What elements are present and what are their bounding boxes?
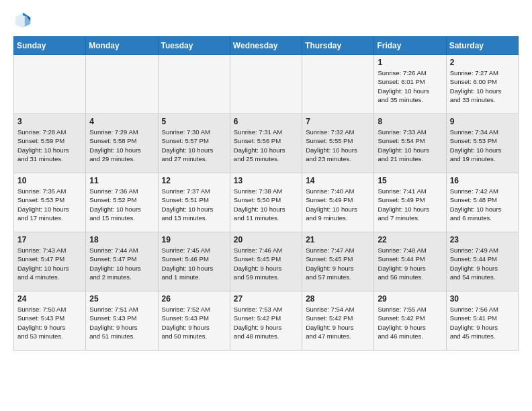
- day-number: 22: [378, 235, 442, 244]
- logo: [13, 11, 35, 30]
- calendar-cell: 24Sunrise: 7:50 AM Sunset: 5:43 PM Dayli…: [14, 291, 86, 351]
- calendar-week-row: 10Sunrise: 7:35 AM Sunset: 5:53 PM Dayli…: [14, 173, 519, 232]
- calendar-cell: 29Sunrise: 7:55 AM Sunset: 5:42 PM Dayli…: [374, 291, 446, 351]
- calendar-cell: 2Sunrise: 7:27 AM Sunset: 6:00 PM Daylig…: [446, 55, 518, 114]
- day-number: 6: [234, 117, 298, 126]
- calendar-cell: 9Sunrise: 7:34 AM Sunset: 5:53 PM Daylig…: [446, 114, 518, 173]
- day-number: 2: [450, 58, 515, 67]
- calendar-cell: 28Sunrise: 7:54 AM Sunset: 5:42 PM Dayli…: [302, 291, 374, 351]
- day-number: 29: [378, 294, 442, 304]
- calendar-week-row: 1Sunrise: 7:26 AM Sunset: 6:01 PM Daylig…: [14, 55, 519, 114]
- calendar-cell: 12Sunrise: 7:37 AM Sunset: 5:51 PM Dayli…: [158, 173, 230, 232]
- calendar-cell: 16Sunrise: 7:42 AM Sunset: 5:48 PM Dayli…: [446, 173, 518, 232]
- day-number: 17: [17, 235, 82, 244]
- calendar-week-row: 17Sunrise: 7:43 AM Sunset: 5:47 PM Dayli…: [14, 232, 519, 291]
- calendar-cell: 15Sunrise: 7:41 AM Sunset: 5:49 PM Dayli…: [374, 173, 446, 232]
- calendar-week-row: 3Sunrise: 7:28 AM Sunset: 5:59 PM Daylig…: [14, 114, 519, 173]
- day-number: 20: [234, 235, 298, 244]
- day-number: 27: [234, 294, 298, 304]
- page: SundayMondayTuesdayWednesdayThursdayFrid…: [0, 0, 532, 364]
- day-number: 30: [450, 294, 515, 304]
- day-info: Sunrise: 7:52 AM Sunset: 5:43 PM Dayligh…: [162, 305, 226, 340]
- day-info: Sunrise: 7:37 AM Sunset: 5:51 PM Dayligh…: [162, 187, 226, 222]
- calendar-cell: 11Sunrise: 7:36 AM Sunset: 5:52 PM Dayli…: [86, 173, 158, 232]
- day-info: Sunrise: 7:51 AM Sunset: 5:43 PM Dayligh…: [89, 305, 154, 340]
- day-number: 21: [306, 235, 370, 244]
- day-info: Sunrise: 7:41 AM Sunset: 5:49 PM Dayligh…: [378, 187, 442, 222]
- day-number: 4: [89, 117, 154, 126]
- day-info: Sunrise: 7:43 AM Sunset: 5:47 PM Dayligh…: [17, 246, 82, 281]
- calendar-cell: 6Sunrise: 7:31 AM Sunset: 5:56 PM Daylig…: [230, 114, 302, 173]
- day-number: 7: [306, 117, 370, 126]
- calendar-table: SundayMondayTuesdayWednesdayThursdayFrid…: [13, 36, 519, 351]
- day-info: Sunrise: 7:45 AM Sunset: 5:46 PM Dayligh…: [162, 246, 226, 281]
- weekday-header-saturday: Saturday: [446, 37, 518, 55]
- day-number: 16: [450, 176, 515, 185]
- day-info: Sunrise: 7:26 AM Sunset: 6:01 PM Dayligh…: [378, 68, 442, 104]
- day-number: 18: [89, 235, 154, 244]
- calendar-cell: 30Sunrise: 7:56 AM Sunset: 5:41 PM Dayli…: [446, 291, 518, 351]
- calendar-cell: [230, 55, 302, 114]
- calendar-cell: 20Sunrise: 7:46 AM Sunset: 5:45 PM Dayli…: [230, 232, 302, 291]
- day-info: Sunrise: 7:53 AM Sunset: 5:42 PM Dayligh…: [234, 305, 298, 340]
- day-info: Sunrise: 7:35 AM Sunset: 5:53 PM Dayligh…: [17, 187, 82, 222]
- day-number: 10: [17, 176, 82, 185]
- day-number: 25: [89, 294, 154, 304]
- day-number: 28: [306, 294, 370, 304]
- day-info: Sunrise: 7:56 AM Sunset: 5:41 PM Dayligh…: [450, 305, 515, 340]
- calendar-cell: 13Sunrise: 7:38 AM Sunset: 5:50 PM Dayli…: [230, 173, 302, 232]
- day-number: 1: [378, 58, 442, 67]
- calendar-cell: 21Sunrise: 7:47 AM Sunset: 5:45 PM Dayli…: [302, 232, 374, 291]
- day-number: 11: [89, 176, 154, 185]
- day-info: Sunrise: 7:34 AM Sunset: 5:53 PM Dayligh…: [450, 128, 515, 163]
- calendar-cell: [158, 55, 230, 114]
- day-info: Sunrise: 7:47 AM Sunset: 5:45 PM Dayligh…: [306, 246, 370, 281]
- day-info: Sunrise: 7:48 AM Sunset: 5:44 PM Dayligh…: [378, 246, 442, 281]
- calendar-cell: 14Sunrise: 7:40 AM Sunset: 5:49 PM Dayli…: [302, 173, 374, 232]
- header: [13, 11, 519, 30]
- day-number: 24: [17, 294, 82, 304]
- calendar-cell: 18Sunrise: 7:44 AM Sunset: 5:47 PM Dayli…: [86, 232, 158, 291]
- calendar-cell: 25Sunrise: 7:51 AM Sunset: 5:43 PM Dayli…: [86, 291, 158, 351]
- day-number: 15: [378, 176, 442, 185]
- day-info: Sunrise: 7:55 AM Sunset: 5:42 PM Dayligh…: [378, 305, 442, 340]
- calendar-cell: 8Sunrise: 7:33 AM Sunset: 5:54 PM Daylig…: [374, 114, 446, 173]
- day-number: 13: [234, 176, 298, 185]
- calendar-cell: 7Sunrise: 7:32 AM Sunset: 5:55 PM Daylig…: [302, 114, 374, 173]
- calendar-cell: 5Sunrise: 7:30 AM Sunset: 5:57 PM Daylig…: [158, 114, 230, 173]
- day-info: Sunrise: 7:32 AM Sunset: 5:55 PM Dayligh…: [306, 128, 370, 163]
- day-info: Sunrise: 7:49 AM Sunset: 5:44 PM Dayligh…: [450, 246, 515, 281]
- day-info: Sunrise: 7:27 AM Sunset: 6:00 PM Dayligh…: [450, 68, 515, 104]
- day-info: Sunrise: 7:46 AM Sunset: 5:45 PM Dayligh…: [234, 246, 298, 281]
- calendar-cell: 1Sunrise: 7:26 AM Sunset: 6:01 PM Daylig…: [374, 55, 446, 114]
- calendar-week-row: 24Sunrise: 7:50 AM Sunset: 5:43 PM Dayli…: [14, 291, 519, 351]
- calendar-cell: 17Sunrise: 7:43 AM Sunset: 5:47 PM Dayli…: [14, 232, 86, 291]
- calendar-cell: 4Sunrise: 7:29 AM Sunset: 5:58 PM Daylig…: [86, 114, 158, 173]
- weekday-header-thursday: Thursday: [302, 37, 374, 55]
- calendar-cell: 10Sunrise: 7:35 AM Sunset: 5:53 PM Dayli…: [14, 173, 86, 232]
- day-number: 12: [162, 176, 226, 185]
- day-number: 14: [306, 176, 370, 185]
- calendar-body: 1Sunrise: 7:26 AM Sunset: 6:01 PM Daylig…: [14, 55, 519, 351]
- weekday-header-wednesday: Wednesday: [230, 37, 302, 55]
- weekday-header-tuesday: Tuesday: [158, 37, 230, 55]
- calendar-cell: 22Sunrise: 7:48 AM Sunset: 5:44 PM Dayli…: [374, 232, 446, 291]
- day-info: Sunrise: 7:40 AM Sunset: 5:49 PM Dayligh…: [306, 187, 370, 222]
- day-number: 8: [378, 117, 442, 126]
- calendar-cell: 3Sunrise: 7:28 AM Sunset: 5:59 PM Daylig…: [14, 114, 86, 173]
- day-info: Sunrise: 7:30 AM Sunset: 5:57 PM Dayligh…: [162, 128, 226, 163]
- calendar-cell: 27Sunrise: 7:53 AM Sunset: 5:42 PM Dayli…: [230, 291, 302, 351]
- day-number: 23: [450, 235, 515, 244]
- calendar-cell: [302, 55, 374, 114]
- day-info: Sunrise: 7:42 AM Sunset: 5:48 PM Dayligh…: [450, 187, 515, 222]
- day-info: Sunrise: 7:54 AM Sunset: 5:42 PM Dayligh…: [306, 305, 370, 340]
- weekday-header-friday: Friday: [374, 37, 446, 55]
- day-info: Sunrise: 7:31 AM Sunset: 5:56 PM Dayligh…: [234, 128, 298, 163]
- day-info: Sunrise: 7:29 AM Sunset: 5:58 PM Dayligh…: [89, 128, 154, 163]
- day-info: Sunrise: 7:44 AM Sunset: 5:47 PM Dayligh…: [89, 246, 154, 281]
- day-number: 3: [17, 117, 82, 126]
- calendar-cell: [86, 55, 158, 114]
- calendar-cell: 26Sunrise: 7:52 AM Sunset: 5:43 PM Dayli…: [158, 291, 230, 351]
- calendar-cell: 19Sunrise: 7:45 AM Sunset: 5:46 PM Dayli…: [158, 232, 230, 291]
- calendar-header-row: SundayMondayTuesdayWednesdayThursdayFrid…: [14, 37, 519, 55]
